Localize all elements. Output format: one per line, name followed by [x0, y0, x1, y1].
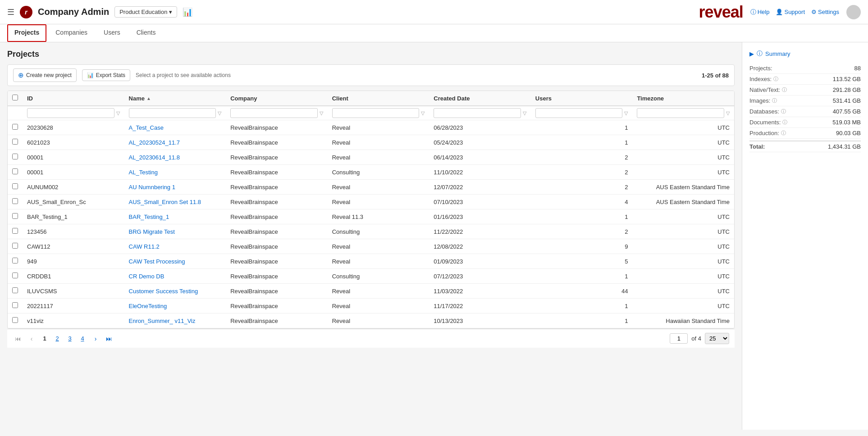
- row-name[interactable]: Enron_Summer_ v11_Viz: [124, 313, 226, 328]
- row-client: Reveal: [328, 195, 429, 209]
- info-icon[interactable]: ⓘ: [773, 76, 778, 82]
- filter-timezone-icon[interactable]: ▽: [726, 110, 730, 116]
- row-name[interactable]: CAW Test Processing: [124, 254, 226, 269]
- select-all-checkbox[interactable]: [12, 95, 18, 100]
- row-checkbox[interactable]: [12, 139, 18, 145]
- first-page-button[interactable]: ⏮: [13, 333, 23, 344]
- row-checkbox[interactable]: [12, 272, 18, 278]
- select-all-header[interactable]: [8, 91, 23, 106]
- page-number-input[interactable]: [670, 333, 688, 344]
- row-checkbox[interactable]: [12, 213, 18, 219]
- next-page-button[interactable]: ›: [90, 333, 101, 344]
- row-checkbox-cell[interactable]: [8, 165, 23, 180]
- last-page-button[interactable]: ⏭: [104, 333, 114, 344]
- filter-users-icon[interactable]: ▽: [624, 110, 628, 116]
- row-checkbox-cell[interactable]: [8, 224, 23, 239]
- th-created-date: Created Date: [429, 91, 531, 106]
- filter-id-input[interactable]: [27, 108, 114, 118]
- settings-link[interactable]: ⚙ Settings: [811, 9, 839, 15]
- row-name[interactable]: AL_20230614_11.8: [124, 150, 226, 165]
- row-name[interactable]: AUS_Small_Enron Set 11.8: [124, 195, 226, 209]
- tab-clients[interactable]: Clients: [129, 24, 163, 42]
- product-dropdown[interactable]: Product Education ▾: [114, 6, 177, 18]
- row-checkbox[interactable]: [12, 317, 18, 323]
- row-name[interactable]: CAW R11.2: [124, 239, 226, 254]
- avatar[interactable]: [846, 5, 861, 19]
- row-checkbox[interactable]: [12, 124, 18, 130]
- row-checkbox-cell[interactable]: [8, 299, 23, 313]
- tab-projects[interactable]: Projects: [7, 24, 46, 42]
- row-name[interactable]: EleOneTesting: [124, 299, 226, 313]
- analytics-icon[interactable]: 📊: [183, 7, 192, 17]
- filter-company-input[interactable]: [230, 108, 318, 118]
- row-checkbox[interactable]: [12, 198, 18, 204]
- row-checkbox[interactable]: [12, 243, 18, 249]
- filter-name-icon[interactable]: ▽: [218, 110, 221, 116]
- create-project-button[interactable]: ⊕ Create new project: [13, 68, 77, 82]
- row-checkbox[interactable]: [12, 183, 18, 189]
- row-users: 2: [531, 224, 633, 239]
- table-header-row: ID Name ▲ Company: [8, 91, 734, 106]
- info-icon[interactable]: ⓘ: [772, 97, 777, 104]
- row-name[interactable]: AL_Testing: [124, 165, 226, 180]
- row-checkbox[interactable]: [12, 287, 18, 293]
- help-link[interactable]: ⓘ Help: [750, 8, 770, 16]
- table-row: 00001 AL_Testing RevealBrainspace Consul…: [8, 165, 734, 180]
- filter-client-input[interactable]: [332, 108, 420, 118]
- row-name[interactable]: AU Numnbering 1: [124, 180, 226, 195]
- page-3[interactable]: 3: [65, 334, 75, 344]
- filter-name-input[interactable]: [129, 108, 216, 118]
- row-name[interactable]: Customer Success Testing: [124, 284, 226, 299]
- row-checkbox[interactable]: [12, 258, 18, 263]
- row-checkbox-cell[interactable]: [8, 135, 23, 150]
- row-checkbox-cell[interactable]: [8, 254, 23, 269]
- tab-companies[interactable]: Companies: [48, 24, 95, 42]
- page-4[interactable]: 4: [78, 334, 87, 344]
- row-checkbox[interactable]: [12, 228, 18, 234]
- page-1[interactable]: 1: [40, 334, 50, 344]
- row-checkbox[interactable]: [12, 154, 18, 159]
- info-icon[interactable]: ⓘ: [781, 130, 786, 136]
- filter-date-icon[interactable]: ▽: [523, 110, 526, 116]
- filter-client-icon[interactable]: ▽: [421, 110, 425, 116]
- filter-id-icon[interactable]: ▽: [116, 110, 120, 116]
- info-icon[interactable]: ⓘ: [781, 108, 786, 115]
- tab-users[interactable]: Users: [96, 24, 128, 42]
- table-row: BAR_Testing_1 BAR_Testing_1 RevealBrains…: [8, 209, 734, 224]
- row-client: Reveal: [328, 254, 429, 269]
- row-name[interactable]: AL_20230524_11.7: [124, 135, 226, 150]
- projects-table-container: ID Name ▲ Company: [7, 91, 735, 329]
- filter-company-icon[interactable]: ▽: [320, 110, 323, 116]
- support-link[interactable]: 👤 Support: [776, 9, 805, 15]
- page-2[interactable]: 2: [52, 334, 62, 344]
- row-checkbox-cell[interactable]: [8, 195, 23, 209]
- row-checkbox-cell[interactable]: [8, 313, 23, 328]
- row-name[interactable]: CR Demo DB: [124, 269, 226, 284]
- row-checkbox-cell[interactable]: [8, 284, 23, 299]
- prev-page-button[interactable]: ‹: [26, 333, 37, 344]
- row-checkbox[interactable]: [12, 168, 18, 174]
- row-checkbox[interactable]: [12, 302, 18, 308]
- filter-timezone-input[interactable]: [637, 108, 724, 118]
- info-icon[interactable]: ⓘ: [782, 86, 787, 93]
- summary-toggle[interactable]: ▶ ⓘ Summary: [749, 50, 861, 58]
- row-name[interactable]: A_Test_Case: [124, 120, 226, 135]
- info-icon[interactable]: ⓘ: [782, 119, 787, 126]
- summary-heading: Summary: [765, 50, 790, 57]
- row-checkbox-cell[interactable]: [8, 269, 23, 284]
- filter-users-input[interactable]: [535, 108, 623, 118]
- th-name[interactable]: Name ▲: [124, 91, 226, 106]
- hamburger-icon[interactable]: ☰: [7, 7, 14, 17]
- row-checkbox-cell[interactable]: [8, 120, 23, 135]
- filter-date-input[interactable]: [434, 108, 521, 118]
- export-stats-button[interactable]: 📊 Export Stats: [82, 69, 130, 81]
- row-checkbox-cell[interactable]: [8, 239, 23, 254]
- row-checkbox-cell[interactable]: [8, 180, 23, 195]
- per-page-select[interactable]: 25 50 100: [705, 333, 729, 344]
- row-checkbox-cell[interactable]: [8, 150, 23, 165]
- row-company: RevealBrainspace: [226, 239, 328, 254]
- row-checkbox-cell[interactable]: [8, 209, 23, 224]
- row-name[interactable]: BRG Migrate Test: [124, 224, 226, 239]
- row-client: Reveal: [328, 120, 429, 135]
- row-name[interactable]: BAR_Testing_1: [124, 209, 226, 224]
